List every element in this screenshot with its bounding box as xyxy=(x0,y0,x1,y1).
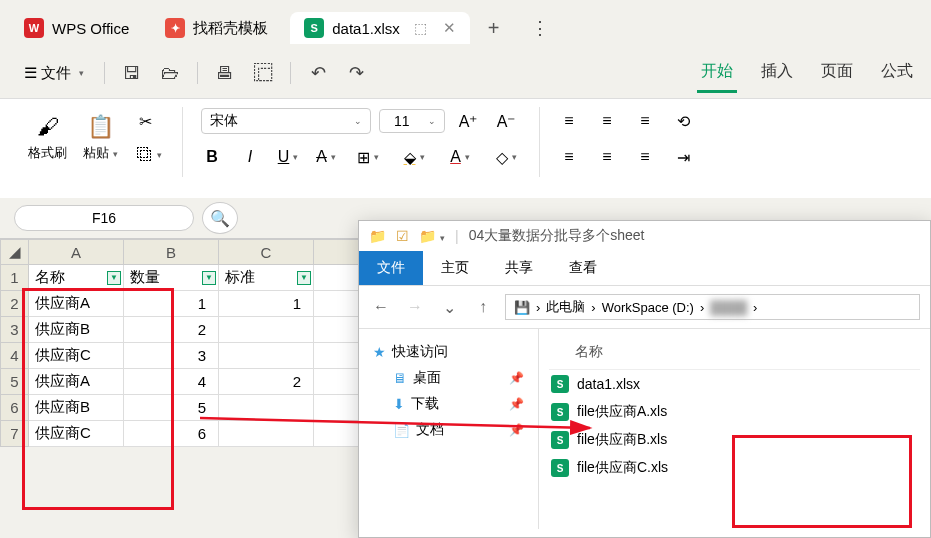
explorer-tab-file[interactable]: 文件 xyxy=(359,251,423,285)
forward-button[interactable]: → xyxy=(403,295,427,319)
border-button[interactable]: ⊞▾ xyxy=(349,143,387,171)
format-painter-button[interactable]: 🖌 格式刷 xyxy=(24,110,71,166)
row-header[interactable]: 2 xyxy=(1,291,29,317)
cell[interactable]: 5 xyxy=(124,395,219,421)
col-header-c[interactable]: C xyxy=(219,240,314,265)
cell[interactable]: 供应商A xyxy=(29,369,124,395)
col-header-a[interactable]: A xyxy=(29,240,124,265)
filter-button[interactable]: ▼ xyxy=(297,271,311,285)
row-header[interactable]: 3 xyxy=(1,317,29,343)
decrease-font-button[interactable]: A⁻ xyxy=(491,107,521,135)
clear-format-button[interactable]: ◇▾ xyxy=(487,143,525,171)
row-header[interactable]: 7 xyxy=(1,421,29,447)
orientation-button[interactable]: ⟲ xyxy=(668,107,698,135)
column-header-name[interactable]: 名称 xyxy=(549,339,920,370)
strike-button[interactable]: A▾ xyxy=(311,143,341,171)
italic-button[interactable]: I xyxy=(235,143,265,171)
recent-button[interactable]: ⌄ xyxy=(437,295,461,319)
filter-button[interactable]: ▼ xyxy=(202,271,216,285)
paste-button[interactable]: 📋 粘贴▾ xyxy=(79,110,122,166)
address-input[interactable]: 💾 › 此电脑 › WorkSpace (D:) › ████ › xyxy=(505,294,920,320)
align-left-button[interactable]: ≡ xyxy=(554,143,584,171)
explorer-tab-share[interactable]: 共享 xyxy=(487,251,551,285)
copy-button[interactable]: ⿻▾ xyxy=(130,141,168,169)
filter-button[interactable]: ▼ xyxy=(107,271,121,285)
nav-documents[interactable]: 📄文档📌 xyxy=(365,417,532,443)
app-tab[interactable]: W WPS Office xyxy=(10,12,143,44)
row-header[interactable]: 1 xyxy=(1,265,29,291)
cell[interactable] xyxy=(219,317,314,343)
indent-button[interactable]: ⇥ xyxy=(668,143,698,171)
nav-downloads[interactable]: ⬇下载📌 xyxy=(365,391,532,417)
file-tab[interactable]: S data1.xlsx ⬚ ✕ xyxy=(290,12,470,44)
new-tab-button[interactable]: + xyxy=(478,11,510,46)
nav-quick-access[interactable]: ★快速访问 xyxy=(365,339,532,365)
cell[interactable]: 6 xyxy=(124,421,219,447)
up-button[interactable]: ↑ xyxy=(471,295,495,319)
row-header[interactable]: 5 xyxy=(1,369,29,395)
cell[interactable]: 供应商B xyxy=(29,395,124,421)
cell[interactable]: 数量▼ xyxy=(124,265,219,291)
cell[interactable] xyxy=(219,395,314,421)
cell[interactable]: 供应商C xyxy=(29,421,124,447)
align-center-button[interactable]: ≡ xyxy=(592,143,622,171)
menu-button[interactable]: ☰ 文件 ▾ xyxy=(14,58,94,89)
align-bottom-button[interactable]: ≡ xyxy=(630,107,660,135)
bold-button[interactable]: B xyxy=(197,143,227,171)
fx-button[interactable]: 🔍 xyxy=(202,202,238,234)
cell[interactable]: 标准▼ xyxy=(219,265,314,291)
font-name-select[interactable]: 宋体 ⌄ xyxy=(201,108,371,134)
file-item[interactable]: Sdata1.xlsx xyxy=(549,370,920,398)
more-tabs-icon[interactable]: ⋮ xyxy=(523,11,557,45)
cell[interactable]: 1 xyxy=(124,291,219,317)
cut-button[interactable]: ✂ xyxy=(130,107,160,135)
minimize-icon[interactable]: ⬚ xyxy=(414,20,427,36)
open-button[interactable]: 🗁 xyxy=(153,56,187,90)
select-all-cell[interactable]: ◢ xyxy=(1,240,29,265)
col-header-b[interactable]: B xyxy=(124,240,219,265)
underline-button[interactable]: U▾ xyxy=(273,143,303,171)
cell[interactable]: 供应商A xyxy=(29,291,124,317)
tab-page[interactable]: 页面 xyxy=(817,53,857,93)
file-item[interactable]: Sfile供应商C.xls xyxy=(549,454,920,482)
close-icon[interactable]: ✕ xyxy=(443,19,456,37)
font-color-button[interactable]: A▾ xyxy=(441,143,479,171)
explorer-tab-view[interactable]: 查看 xyxy=(551,251,615,285)
cell[interactable] xyxy=(219,421,314,447)
tab-formula[interactable]: 公式 xyxy=(877,53,917,93)
undo-button[interactable]: ↶ xyxy=(301,56,335,90)
cell[interactable]: 2 xyxy=(124,317,219,343)
file-item[interactable]: Sfile供应商A.xls xyxy=(549,398,920,426)
cell[interactable]: 供应商B xyxy=(29,317,124,343)
cell[interactable]: 3 xyxy=(124,343,219,369)
preview-button[interactable]: ⿸ xyxy=(246,56,280,90)
breadcrumb-item[interactable]: WorkSpace (D:) xyxy=(602,300,694,315)
cell-reference-input[interactable]: F16 xyxy=(14,205,194,231)
increase-font-button[interactable]: A⁺ xyxy=(453,107,483,135)
cell[interactable]: 1 xyxy=(219,291,314,317)
align-middle-button[interactable]: ≡ xyxy=(592,107,622,135)
file-item[interactable]: Sfile供应商B.xls xyxy=(549,426,920,454)
explorer-titlebar[interactable]: 📁 ☑ 📁▾ | 04大量数据分批导多个sheet xyxy=(359,221,930,251)
nav-desktop[interactable]: 🖥桌面📌 xyxy=(365,365,532,391)
explorer-tab-home[interactable]: 主页 xyxy=(423,251,487,285)
cell[interactable]: 2 xyxy=(219,369,314,395)
tab-start[interactable]: 开始 xyxy=(697,53,737,93)
breadcrumb-item[interactable]: 此电脑 xyxy=(546,298,585,316)
align-top-button[interactable]: ≡ xyxy=(554,107,584,135)
cell[interactable] xyxy=(219,343,314,369)
fill-color-button[interactable]: ⬙▾ xyxy=(395,143,433,171)
save-button[interactable]: 🖫 xyxy=(115,56,149,90)
tab-insert[interactable]: 插入 xyxy=(757,53,797,93)
back-button[interactable]: ← xyxy=(369,295,393,319)
cell[interactable]: 4 xyxy=(124,369,219,395)
font-size-select[interactable]: 11 ⌄ xyxy=(379,109,445,133)
print-button[interactable]: 🖶 xyxy=(208,56,242,90)
docer-tab[interactable]: ✦ 找稻壳模板 xyxy=(151,12,282,44)
row-header[interactable]: 4 xyxy=(1,343,29,369)
redo-button[interactable]: ↷ xyxy=(339,56,373,90)
row-header[interactable]: 6 xyxy=(1,395,29,421)
align-right-button[interactable]: ≡ xyxy=(630,143,660,171)
cell[interactable]: 名称▼ xyxy=(29,265,124,291)
cell[interactable]: 供应商C xyxy=(29,343,124,369)
